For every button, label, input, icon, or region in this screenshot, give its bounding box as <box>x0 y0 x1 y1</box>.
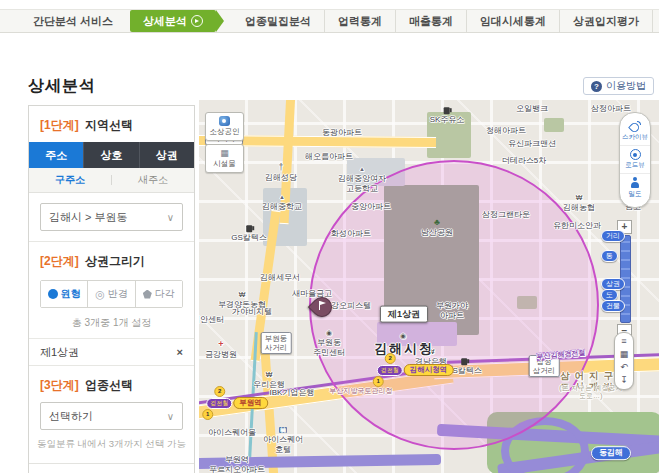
layer-chip[interactable]: 동 <box>601 250 618 262</box>
page-title: 상세분석 <box>28 76 96 97</box>
nav-item-sales-stats[interactable]: 매출통계 <box>395 10 466 32</box>
map-canvas[interactable]: 제일교회 사거리동광아파트오일뱅크삼정아파트SK주유소해오름아파트청해아파트유신… <box>199 100 659 473</box>
map-label: GS칼텍스 <box>231 225 267 243</box>
step3-badge: [3단계] <box>40 378 79 392</box>
facility-layer-button[interactable]: 시설물 <box>205 144 244 173</box>
church-icon <box>278 163 283 172</box>
fuel-icon <box>246 225 252 232</box>
map-label: 동광아파트 <box>322 128 362 138</box>
map-label-layer: 제일교회 사거리동광아파트오일뱅크삼정아파트SK주유소해오름아파트청해아파트유신… <box>199 100 659 473</box>
map-label: 부원동 주민센터 <box>313 329 345 357</box>
chevron-down-icon <box>167 411 174 422</box>
map-label: 화성아파트 <box>331 229 371 239</box>
map-label: 강오피스텔 <box>331 301 371 311</box>
map-label: 김해세무서 <box>260 273 300 283</box>
map-label: 제1상권 <box>380 306 428 323</box>
draw-polygon-label: 다각 <box>155 287 175 301</box>
map-label: 오일뱅크 <box>516 104 548 114</box>
map-label: IBK기업은행 <box>270 388 315 398</box>
map-label: 남산공원 <box>421 218 453 238</box>
step2-badge: [2단계] <box>40 254 79 268</box>
circle-shape-icon <box>48 289 58 299</box>
draw-circle-button[interactable]: 원형 <box>41 281 87 307</box>
tab-address[interactable]: 주소 <box>29 142 83 168</box>
step2-header: [2단계] 상권그리기 <box>29 242 194 278</box>
grid-tool-icon[interactable]: ▦ <box>620 350 629 359</box>
subtab-new-address[interactable]: 새주소 <box>112 173 194 187</box>
fuel-icon <box>461 358 467 365</box>
gov-icon <box>400 327 408 340</box>
roadview-button[interactable]: 로드뷰 <box>620 145 650 173</box>
bank-icon <box>239 291 246 299</box>
nav-item-simple-analysis[interactable]: 간단분석 서비스 <box>20 10 126 32</box>
map-tools: ≡▦↶↧ <box>614 332 634 390</box>
map-label: 유한미소안과 <box>553 221 601 231</box>
help-button[interactable]: 이용방법 <box>583 77 654 95</box>
school-icon <box>279 193 285 201</box>
map-label: 해오름아파트 <box>305 152 353 162</box>
building-icon <box>220 149 229 158</box>
nav-item-location-rating[interactable]: 상권입지평가 <box>559 10 652 32</box>
area-count-text: 총 3개중 1개 설정 <box>29 316 194 330</box>
draw-circle-label: 원형 <box>61 287 81 301</box>
map-label: 삼정그랜타운 <box>482 210 530 220</box>
nav-item-business-age-stats[interactable]: 업력통계 <box>324 10 395 32</box>
step2-title: 상권그리기 <box>85 254 145 268</box>
list-tool-icon[interactable]: ≡ <box>621 337 626 346</box>
draw-radius-label: 반경 <box>108 287 128 301</box>
address-subtabs: 구주소 새주소 <box>29 168 194 193</box>
layer-chip[interactable]: 건물 <box>601 300 625 312</box>
region-select[interactable]: 김해시 > 부원동 <box>40 203 183 231</box>
step3-title: 업종선택 <box>85 378 133 392</box>
panel-footer: 초기화 분석하기 <box>29 463 194 473</box>
school-icon <box>359 165 365 173</box>
map-label: 치안센터 <box>199 315 224 325</box>
hospital-icon <box>218 340 223 349</box>
density-icon <box>630 177 640 189</box>
delete-area-icon[interactable] <box>177 346 183 358</box>
bank-icon <box>266 371 273 379</box>
fuel-icon <box>444 107 450 114</box>
station-label: 2경전철김해시청역1 <box>377 364 454 376</box>
subtab-old-address[interactable]: 구주소 <box>29 173 111 187</box>
density-button[interactable]: 밀도 <box>620 173 650 202</box>
skyview-button[interactable]: 스카이뷰 <box>620 118 650 145</box>
draw-radius-button[interactable]: 반경 <box>87 281 134 307</box>
map-label: 더테라스5차 <box>502 156 546 166</box>
industry-select[interactable]: 선택하기 <box>40 402 183 430</box>
step1-badge: [1단계] <box>40 118 79 132</box>
hotel-icon <box>279 426 287 434</box>
map-label: 김해중학교 <box>262 193 302 212</box>
map-label: 김해시청 <box>374 327 434 357</box>
nav-item-rent-stats[interactable]: 임대시세통계 <box>466 10 559 32</box>
map-label: 중앙아파트 <box>351 202 391 212</box>
trade-area-row[interactable]: 제1상권 <box>29 338 194 365</box>
skyview-icon <box>629 121 641 132</box>
region-tabs: 주소 상호 상권 <box>29 142 194 168</box>
nav-item-density-analysis[interactable]: 업종밀집분석 <box>232 10 324 32</box>
nav-item-management-rating[interactable]: 사업자경영평가 <box>652 10 659 32</box>
polygon-shape-icon <box>143 290 152 299</box>
map-label: 부산김해경전철 <box>536 349 586 362</box>
download-tool-icon[interactable]: ↧ <box>620 376 628 385</box>
roadview-label: 로드뷰 <box>625 161 645 170</box>
tab-store-name[interactable]: 상호 <box>83 142 138 168</box>
page: 간단분석 서비스 상세분석 업종밀집분석 업력통계 매출통계 임대시세통계 상권… <box>0 0 659 473</box>
step1-title: 지역선택 <box>85 118 133 132</box>
area-marker-pin[interactable] <box>311 296 333 324</box>
undo-tool-icon[interactable]: ↶ <box>620 363 628 372</box>
nav-item-detail-analysis[interactable]: 상세분석 <box>130 10 216 32</box>
map-label: 아이스퀘어 호텔 <box>263 426 303 454</box>
map-label: 청해아파트 <box>486 126 526 136</box>
flag-icon <box>319 301 320 310</box>
small-business-label: 소상공인 <box>210 127 240 137</box>
map-label: 가야비치텔 <box>232 307 272 317</box>
layer-chip[interactable]: 거리 <box>601 230 625 242</box>
small-business-layer-button[interactable]: 소상공인 <box>205 112 244 141</box>
map-label: 금강병원 <box>205 340 237 360</box>
draw-polygon-button[interactable]: 다각 <box>135 281 182 307</box>
step3-header: [3단계] 업종선택 <box>29 366 194 402</box>
industry-select-value: 선택하기 <box>49 409 93 424</box>
map-label: 삼정아파트 <box>591 104 631 114</box>
tab-trade-area[interactable]: 상권 <box>139 142 194 168</box>
